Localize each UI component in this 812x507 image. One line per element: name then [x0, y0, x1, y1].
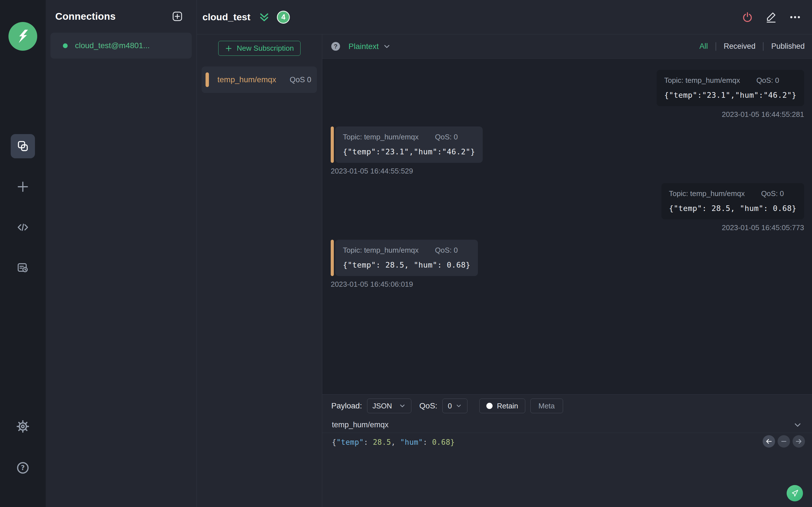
- messages-column: ? Plaintext All Received Published: [322, 34, 812, 507]
- history-prev-button[interactable]: [763, 435, 775, 448]
- subscriptions-column: New Subscription temp_hum/emqx QoS 0: [197, 34, 322, 507]
- connections-icon: [17, 140, 29, 152]
- code-icon: [17, 221, 29, 233]
- filter-published[interactable]: Published: [771, 42, 805, 51]
- meta-button[interactable]: Meta: [530, 399, 563, 413]
- gear-icon: [16, 420, 29, 433]
- help-icon: ?: [16, 461, 29, 474]
- history-pager: [763, 435, 805, 448]
- filter-divider: [763, 42, 763, 51]
- message-timestamp: 2023-01-05 16:44:55:281: [722, 110, 804, 119]
- svg-text:?: ?: [21, 464, 25, 472]
- payload-format-value: JSON: [372, 402, 392, 410]
- qos-value: 0: [448, 402, 452, 410]
- received-accent-bar: [331, 240, 334, 276]
- messages-toolbar: ? Plaintext All Received Published: [322, 34, 812, 59]
- retain-toggle[interactable]: Retain: [479, 399, 525, 413]
- subscription-item[interactable]: temp_hum/emqx QoS 0: [202, 66, 317, 93]
- connected-status-dot: [63, 43, 68, 48]
- message-item: Topic: temp_hum/emqx QoS: 0 {"temp":"23.…: [331, 70, 804, 119]
- message-item: Topic: temp_hum/emqx QoS: 0 {"temp":"23.…: [331, 126, 804, 175]
- mqttx-logo: [8, 22, 37, 51]
- payload-format-select[interactable]: JSON: [367, 399, 411, 413]
- connection-title: cloud_test: [202, 11, 250, 22]
- history-clear-button[interactable]: [777, 435, 790, 448]
- log-icon: [17, 262, 29, 274]
- message-timestamp: 2023-01-05 16:44:55:529: [331, 167, 413, 175]
- message-timestamp: 2023-01-05 16:45:05:773: [722, 223, 804, 232]
- publish-topic-input[interactable]: temp_hum/emqx: [332, 420, 793, 429]
- subscription-qos: QoS 0: [290, 75, 311, 84]
- qos-label: QoS:: [419, 401, 437, 410]
- qos-select[interactable]: 0: [442, 399, 467, 413]
- send-button[interactable]: [786, 485, 803, 501]
- message-topic: Topic: temp_hum/emqx: [343, 133, 419, 142]
- format-selected-value: Plaintext: [349, 42, 378, 51]
- message-topic: Topic: temp_hum/emqx: [343, 246, 419, 255]
- filter-divider: [716, 42, 716, 51]
- message-qos: QoS: 0: [756, 76, 779, 85]
- message-payload: {"temp": 28.5, "hum": 0.68}: [343, 261, 470, 269]
- message-bubble[interactable]: Topic: temp_hum/emqx QoS: 0 {"temp": 28.…: [335, 240, 478, 276]
- publish-payload-editor[interactable]: {"temp": 28.5, "hum": 0.68}: [322, 433, 812, 507]
- chevron-down-icon: [455, 402, 462, 409]
- message-bubble[interactable]: Topic: temp_hum/emqx QoS: 0 {"temp":"23.…: [657, 70, 804, 106]
- message-qos: QoS: 0: [435, 133, 458, 142]
- payload-format-label: Payload:: [331, 401, 362, 410]
- connection-header: cloud_test 4: [197, 0, 812, 34]
- message-bubble[interactable]: Topic: temp_hum/emqx QoS: 0 {"temp": 28.…: [661, 183, 804, 219]
- connections-title: Connections: [55, 11, 116, 22]
- filter-received[interactable]: Received: [724, 42, 756, 51]
- received-accent-bar: [331, 126, 334, 163]
- message-filters: All Received Published: [700, 42, 805, 51]
- app-icon-rail: ?: [0, 0, 46, 507]
- new-subscription-button[interactable]: New Subscription: [218, 41, 301, 56]
- payload-help-icon[interactable]: ?: [331, 42, 340, 51]
- collapse-panel-chevron-icon[interactable]: [793, 420, 802, 430]
- history-next-button[interactable]: [793, 435, 805, 448]
- add-connection-button[interactable]: [172, 11, 183, 22]
- message-format-select[interactable]: Plaintext: [349, 42, 391, 51]
- nav-connections-button[interactable]: [11, 134, 35, 158]
- nav-log-button[interactable]: [11, 256, 35, 280]
- plus-icon: [225, 45, 232, 52]
- message-item: Topic: temp_hum/emqx QoS: 0 {"temp": 28.…: [331, 183, 804, 232]
- message-topic: Topic: temp_hum/emqx: [664, 76, 740, 85]
- disconnect-power-button[interactable]: [742, 12, 753, 22]
- publish-panel: Payload: JSON QoS: 0: [322, 394, 812, 507]
- filter-all[interactable]: All: [700, 42, 708, 51]
- message-count-badge: 4: [277, 11, 290, 24]
- retain-label: Retain: [497, 402, 518, 410]
- connection-list-item[interactable]: cloud_test@m4801...: [50, 33, 192, 59]
- more-options-button[interactable]: [790, 11, 801, 23]
- new-subscription-label: New Subscription: [237, 44, 294, 53]
- plus-square-icon: [172, 11, 183, 22]
- connection-name: cloud_test@m4801...: [75, 41, 150, 50]
- double-chevron-down-icon[interactable]: [258, 11, 270, 23]
- message-item: Topic: temp_hum/emqx QoS: 0 {"temp": 28.…: [331, 240, 804, 289]
- message-payload: {"temp":"23.1","hum":"46.2"}: [343, 147, 475, 156]
- message-payload: {"temp":"23.1","hum":"46.2"}: [664, 91, 797, 100]
- chevron-down-icon: [399, 402, 406, 409]
- nav-script-button[interactable]: [11, 215, 35, 239]
- message-timestamp: 2023-01-05 16:45:06:019: [331, 280, 413, 289]
- plus-icon: [16, 180, 29, 193]
- message-payload: {"temp": 28.5, "hum": 0.68}: [669, 204, 797, 213]
- message-list: Topic: temp_hum/emqx QoS: 0 {"temp":"23.…: [322, 59, 812, 394]
- help-button[interactable]: ?: [11, 456, 35, 480]
- send-plane-icon: [790, 489, 800, 498]
- settings-button[interactable]: [11, 414, 35, 439]
- edit-pencil-button[interactable]: [766, 11, 776, 23]
- message-qos: QoS: 0: [761, 189, 784, 198]
- chevron-down-icon: [383, 42, 391, 51]
- connections-panel: Connections cloud_test@m4801...: [46, 0, 197, 507]
- message-topic: Topic: temp_hum/emqx: [669, 189, 745, 198]
- nav-new-connection-button[interactable]: [11, 175, 35, 199]
- message-qos: QoS: 0: [435, 246, 458, 255]
- message-bubble[interactable]: Topic: temp_hum/emqx QoS: 0 {"temp":"23.…: [335, 126, 483, 163]
- retain-dot-icon: [486, 403, 493, 409]
- subscription-topic: temp_hum/emqx: [217, 75, 290, 84]
